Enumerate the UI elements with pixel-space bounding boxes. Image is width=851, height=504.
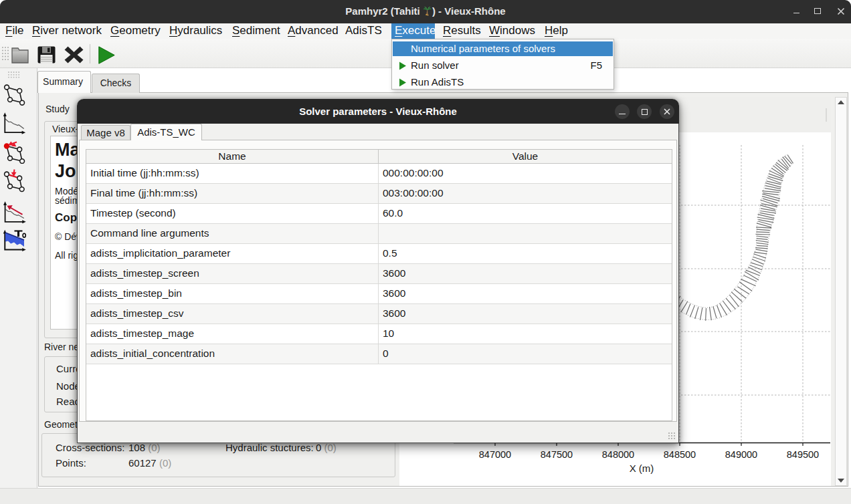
svg-text:847000: 847000	[479, 449, 511, 460]
svg-text:849000: 849000	[725, 449, 757, 460]
svg-text:847500: 847500	[541, 449, 573, 460]
svg-text:848000: 848000	[602, 449, 634, 460]
svg-text:849500: 849500	[787, 449, 819, 460]
svg-text:848500: 848500	[664, 449, 696, 460]
svg-text:X (m): X (m)	[630, 463, 654, 474]
